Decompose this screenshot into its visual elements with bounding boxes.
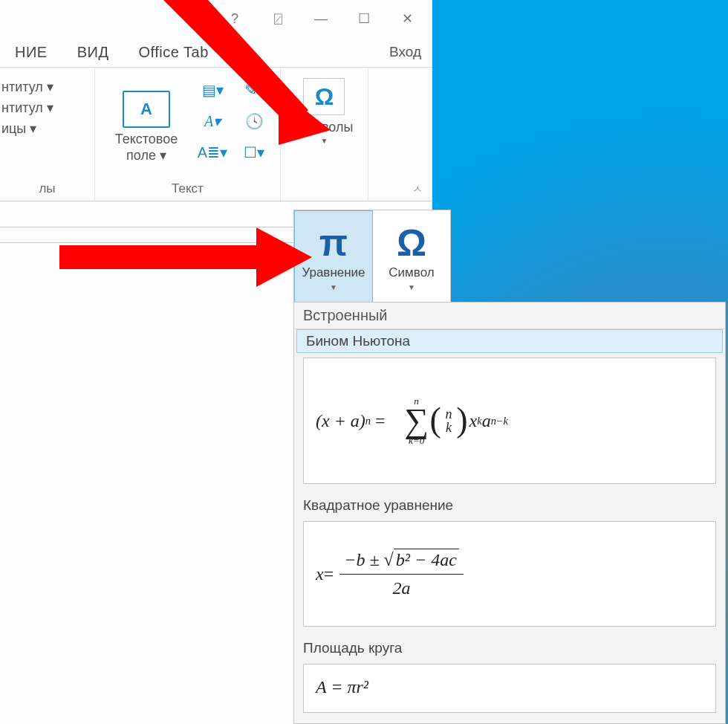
omega-icon: Ω (397, 222, 426, 264)
title-bar: ? ⍁ — ☐ ✕ (0, 0, 432, 37)
math-text: x (469, 411, 478, 431)
ribbon-display-button[interactable]: ⍁ (256, 0, 299, 37)
gallery-item-binomial-title[interactable]: Бином Ньютона (296, 329, 723, 353)
drop-cap-button[interactable]: A≣▾ (195, 139, 230, 166)
gallery-header: Встроенный (294, 303, 725, 329)
minimize-button[interactable]: — (299, 0, 342, 37)
chevron-down-icon: ▼ (330, 283, 337, 291)
gallery-item-circle[interactable]: A = πr² (303, 664, 716, 713)
symbol-label: Символ (389, 265, 434, 280)
math-text: a (482, 411, 491, 431)
tab-view[interactable]: ВИД (62, 44, 124, 61)
ribbon: нтитул ▾ нтитул ▾ ицы ▾ лы A Текстовое п… (0, 68, 432, 201)
object-button[interactable]: ☐▾ (236, 139, 272, 166)
equation-label: Уравнение (302, 265, 365, 280)
close-button[interactable]: ✕ (386, 0, 429, 37)
math-text: (x + a) (316, 411, 365, 431)
maximize-button[interactable]: ☐ (342, 0, 386, 37)
header-footer-item-1[interactable]: нтитул ▾ (0, 77, 94, 97)
ribbon-group-headers: нтитул ▾ нтитул ▾ ицы ▾ лы (0, 68, 95, 201)
symbols-label: Символы (296, 120, 354, 135)
math-text: A = πr² (316, 677, 368, 697)
date-time-button[interactable]: 🕓 (236, 108, 272, 135)
ribbon-group-symbols: Ω Символы ▼ (281, 68, 368, 201)
wordart-button[interactable]: A▾ (195, 108, 230, 135)
gallery-item-binomial[interactable]: (x + a)n = n ∑ k=0 n k xk an−k (303, 358, 716, 484)
math-sup: n−k (491, 415, 508, 427)
quick-parts-button[interactable]: ▤▾ (195, 77, 230, 103)
equation-gallery: Встроенный Бином Ньютона (x + a)n = n ∑ … (293, 302, 726, 724)
collapse-ribbon-icon[interactable]: ㅅ (412, 183, 423, 196)
signature-line-button[interactable]: ✎▾ (236, 77, 272, 103)
ribbon-group-text: A Текстовое поле ▾ ▤▾ ✎▾ A▾ 🕓 A≣▾ ☐▾ Тек… (95, 68, 281, 201)
binom-icon: n k (443, 407, 455, 434)
math-sup: n (365, 415, 371, 427)
text-box-icon: A (123, 91, 170, 128)
header-footer-item-2[interactable]: нтитул ▾ (0, 97, 94, 118)
tab-partial-1[interactable]: НИЕ (0, 44, 62, 61)
group-label-text: Текст (172, 178, 204, 201)
pi-icon: π (319, 222, 348, 264)
math-eq: = (324, 564, 334, 584)
group-label-partial: лы (39, 178, 55, 201)
text-box-button[interactable]: Текстовое поле ▾ (115, 131, 178, 164)
help-button[interactable]: ? (213, 0, 256, 37)
math-eq: = (371, 411, 390, 431)
chevron-down-icon: ▼ (321, 137, 328, 145)
ribbon-tabs: НИЕ ВИД Office Tab Вход (0, 37, 432, 68)
gallery-item-quadratic[interactable]: x = −b ± √b² − 4ac 2a (303, 521, 716, 627)
equation-dropdown-button[interactable]: π Уравнение ▼ (294, 210, 373, 303)
chevron-down-icon: ▼ (408, 283, 415, 291)
gallery-item-circle-title[interactable]: Площадь круга (294, 637, 725, 659)
gallery-item-quadratic-title[interactable]: Квадратное уравнение (294, 494, 725, 517)
symbols-dropdown: π Уравнение ▼ Ω Символ ▼ (293, 210, 451, 303)
math-text: x (316, 564, 324, 584)
tab-office-tab[interactable]: Office Tab (123, 44, 223, 61)
symbols-button[interactable]: Ω Символы ▼ (296, 72, 354, 145)
page-number-item[interactable]: ицы ▾ (0, 118, 94, 139)
sign-in-link[interactable]: Вход (379, 44, 432, 60)
symbol-dropdown-button[interactable]: Ω Символ ▼ (373, 210, 450, 303)
fraction-icon: −b ± √b² − 4ac 2a (339, 549, 464, 599)
omega-icon: Ω (303, 78, 345, 115)
